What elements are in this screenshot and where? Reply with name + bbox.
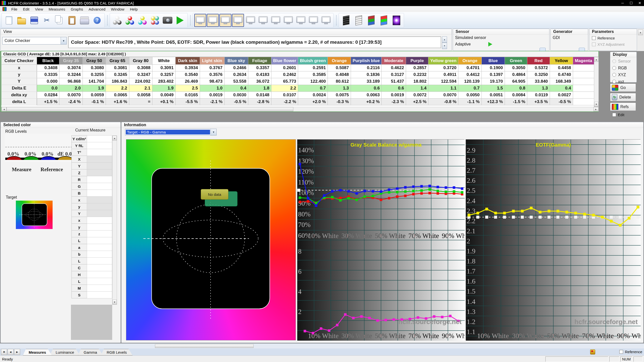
- scrollbar-thumb[interactable]: [155, 344, 254, 348]
- table-cell[interactable]: 0.0070: [428, 92, 458, 99]
- table-cell[interactable]: +2.5 %: [406, 99, 428, 105]
- run-measures-icon[interactable]: [174, 14, 186, 27]
- scroll-right-icon[interactable]: ►: [593, 107, 598, 111]
- table-cell[interactable]: 80.612: [328, 78, 351, 85]
- measure-row-value[interactable]: [87, 142, 112, 149]
- menu-measures[interactable]: Measures: [46, 6, 68, 12]
- table-cell[interactable]: 0.0019: [200, 92, 224, 99]
- table-cell[interactable]: 0.5372: [527, 65, 550, 71]
- column-header[interactable]: Bluish green: [298, 57, 328, 65]
- table-cell[interactable]: 65.773: [271, 78, 298, 85]
- column-header[interactable]: Gray 50: [83, 57, 106, 65]
- table-cell[interactable]: 0.4412: [458, 71, 481, 78]
- table-cell[interactable]: -2.8 %: [248, 99, 271, 105]
- view-luminance-curve-icon[interactable]: [245, 14, 257, 27]
- display-radio-rgb[interactable]: RGB: [612, 65, 636, 71]
- table-horizontal-scrollbar[interactable]: ◄ ►: [1, 107, 599, 112]
- table-cell[interactable]: 1.0: [200, 85, 224, 92]
- measure-row-value[interactable]: [87, 278, 112, 285]
- measure-row-value[interactable]: [87, 237, 112, 244]
- table-cell[interactable]: 168.349: [550, 78, 573, 85]
- table-cell[interactable]: +3.5 %: [527, 99, 550, 105]
- table-cell[interactable]: 0.0119: [527, 92, 550, 99]
- table-cell[interactable]: 120.139: [458, 78, 481, 85]
- table-cell[interactable]: 0.0065: [106, 92, 129, 99]
- reference-checkbox[interactable]: Reference: [592, 36, 625, 40]
- table-cell[interactable]: 0.0107: [271, 92, 298, 99]
- checkbox-icon[interactable]: [612, 113, 616, 117]
- tab-gamma[interactable]: Gamma: [78, 349, 103, 355]
- table-cell[interactable]: -2.4 %: [59, 99, 83, 105]
- table-cell[interactable]: 0.7: [298, 85, 328, 92]
- table-cell[interactable]: 0.2591: [298, 65, 328, 71]
- table-cell[interactable]: 0.3245: [106, 71, 129, 78]
- table-cell[interactable]: -0.8 %: [428, 99, 458, 105]
- view-dark-chart-icon[interactable]: [320, 14, 332, 27]
- copy-icon[interactable]: [53, 14, 65, 27]
- table-cell[interactable]: 0.3540: [175, 71, 200, 78]
- table-cell[interactable]: 283.402: [152, 78, 175, 85]
- table-cell[interactable]: 1.9: [83, 85, 106, 92]
- table-cell[interactable]: 0.2116: [351, 65, 382, 71]
- table-cell[interactable]: 0.3080: [83, 65, 106, 71]
- menu-help[interactable]: Help: [127, 6, 140, 12]
- minimize-button[interactable]: ─: [618, 0, 627, 6]
- table-cell[interactable]: 0.7: [458, 85, 481, 92]
- table-cell[interactable]: 0.0027: [550, 92, 573, 99]
- radio-icon[interactable]: [612, 73, 616, 77]
- table-cell[interactable]: 0.3357: [248, 65, 271, 71]
- checkbox-icon[interactable]: [619, 350, 623, 354]
- table-cell[interactable]: 0.4740: [550, 71, 573, 78]
- scroll-left-icon[interactable]: ◄: [2, 107, 7, 111]
- table-cell[interactable]: 0.2466: [224, 65, 248, 71]
- radio-icon[interactable]: [612, 80, 616, 83]
- scroll-up-icon[interactable]: ▲: [112, 136, 117, 141]
- measure-primaries-icon[interactable]: [124, 14, 136, 27]
- measure-row-value[interactable]: [87, 203, 112, 210]
- measure-grayscale-icon[interactable]: [111, 14, 123, 27]
- table-cell[interactable]: 186.843: [106, 78, 129, 85]
- table-cell[interactable]: 0.2462: [271, 71, 298, 78]
- measure-colorchecker-icon[interactable]: [149, 14, 161, 27]
- table-cell[interactable]: 0.3408: [37, 65, 59, 71]
- table-cell[interactable]: -2.2 %: [271, 99, 298, 105]
- table-cell[interactable]: 0.0075: [328, 92, 351, 99]
- maximize-button[interactable]: ☐: [627, 0, 635, 6]
- table-cell[interactable]: 1.3: [328, 85, 351, 92]
- measure-row-value[interactable]: [87, 210, 112, 217]
- sensor-start-icon[interactable]: [488, 42, 492, 47]
- table-cell[interactable]: 0.0051: [481, 92, 505, 99]
- measure-row-value[interactable]: [87, 223, 112, 231]
- table-cell[interactable]: 26.469: [175, 78, 200, 85]
- measure-row-value[interactable]: [87, 230, 112, 237]
- table-cell[interactable]: 2.0: [59, 85, 83, 92]
- tab-scroll-right-icon[interactable]: ►: [14, 349, 20, 355]
- reference-checkbox[interactable]: Reference: [619, 350, 642, 354]
- table-cell[interactable]: =: [129, 99, 152, 105]
- tab-measures[interactable]: Measures: [23, 349, 52, 355]
- column-header[interactable]: Blue: [481, 57, 505, 65]
- view-measures-grid-icon[interactable]: [194, 14, 206, 27]
- menu-graphs[interactable]: Graphs: [68, 6, 86, 12]
- table-cell[interactable]: 0.0050: [458, 92, 481, 99]
- menu-view[interactable]: View: [32, 6, 46, 12]
- column-header[interactable]: Yellow green: [428, 57, 458, 65]
- table-cell[interactable]: 0.0072: [406, 92, 428, 99]
- table-cell[interactable]: 0.1397: [481, 71, 505, 78]
- table-cell[interactable]: 0.3250: [527, 71, 550, 78]
- measure-row-value[interactable]: [87, 135, 112, 142]
- close-button[interactable]: ✕: [635, 0, 644, 6]
- table-cell[interactable]: 122.594: [428, 78, 458, 85]
- column-header[interactable]: Moderate: [382, 57, 406, 65]
- column-header[interactable]: Foliage: [248, 57, 271, 65]
- table-cell[interactable]: +0.2 %: [351, 99, 382, 105]
- open-file-icon[interactable]: [16, 14, 28, 27]
- table-cell[interactable]: 0.0058: [129, 92, 152, 99]
- table-cell[interactable]: +1.6 %: [106, 99, 129, 105]
- view-gamma2-icon[interactable]: [282, 14, 294, 27]
- table-cell[interactable]: 0.3255: [83, 71, 106, 78]
- table-cell[interactable]: 2.5: [175, 85, 200, 92]
- table-cell[interactable]: 0.3335: [37, 71, 59, 78]
- column-header[interactable]: Orange: [458, 57, 481, 65]
- table-cell[interactable]: 98.473: [200, 78, 224, 85]
